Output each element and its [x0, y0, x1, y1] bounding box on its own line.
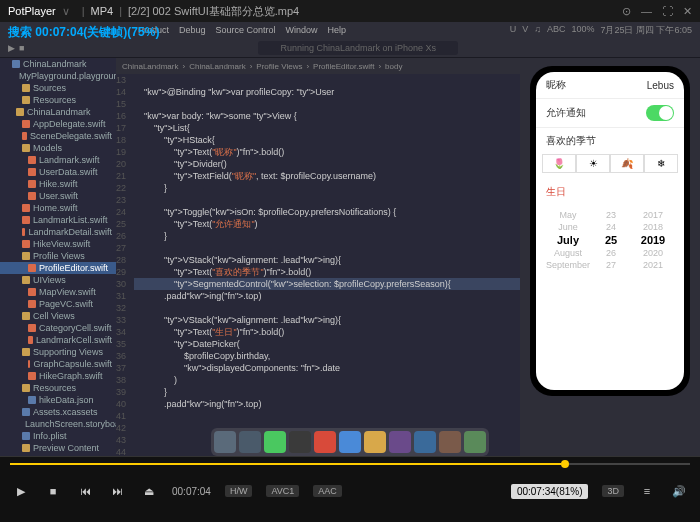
xcode-menubar[interactable]: ProductDebugSource ControlWindowHelp — [138, 25, 346, 35]
menu-item[interactable]: Help — [328, 25, 347, 35]
picker-value[interactable]: August — [546, 247, 590, 259]
nav-item[interactable]: HikeView.swift — [0, 238, 116, 250]
dock-app-icon[interactable] — [289, 431, 311, 453]
picker-value[interactable]: 27 — [590, 259, 632, 271]
nav-item[interactable]: AppDelegate.swift — [0, 118, 116, 130]
stop-icon[interactable]: ■ — [19, 43, 24, 53]
picker-value[interactable]: 25 — [590, 233, 632, 247]
picker-value[interactable]: July — [546, 233, 590, 247]
codec-tag: AVC1 — [266, 485, 299, 497]
nav-item[interactable]: HikeGraph.swift — [0, 370, 116, 382]
nav-item[interactable]: Profile Views — [0, 250, 116, 262]
volume-icon[interactable]: 🔊 — [670, 482, 688, 500]
crumb-item[interactable]: ChinaLandmark — [189, 62, 245, 71]
subtitle-icon[interactable]: ≡ — [638, 482, 656, 500]
picker-value[interactable]: September — [546, 259, 590, 271]
app-name[interactable]: PotPlayer — [8, 5, 56, 17]
next-button[interactable]: ⏭ — [108, 482, 126, 500]
picker-value[interactable]: 2017 — [632, 209, 674, 221]
nav-item[interactable]: MyPlayground.playground — [0, 70, 116, 82]
picker-value[interactable]: June — [546, 221, 590, 233]
dock-app-icon[interactable] — [339, 431, 361, 453]
dock-app-icon[interactable] — [439, 431, 461, 453]
picker-value[interactable]: May — [546, 209, 590, 221]
progress-bar[interactable] — [0, 457, 700, 471]
dock-app-icon[interactable] — [264, 431, 286, 453]
nav-item[interactable]: LaunchScreen.storyboard — [0, 418, 116, 430]
nav-item[interactable]: CategoryCell.swift — [0, 322, 116, 334]
nav-item[interactable]: Resources — [0, 94, 116, 106]
season-option[interactable]: 🍂 — [610, 154, 644, 173]
nav-item[interactable]: Home.swift — [0, 202, 116, 214]
prev-button[interactable]: ⏮ — [76, 482, 94, 500]
dock-app-icon[interactable] — [314, 431, 336, 453]
nav-item[interactable]: Supporting Views — [0, 346, 116, 358]
sd-tag[interactable]: 3D — [602, 485, 624, 497]
picker-value[interactable]: 2019 — [632, 233, 674, 247]
maximize-icon[interactable]: ⛶ — [662, 5, 673, 18]
nav-item[interactable]: ProfileEditor.swift — [0, 262, 116, 274]
notify-toggle[interactable] — [646, 105, 674, 121]
stop-button[interactable]: ■ — [44, 482, 62, 500]
iphone-screen[interactable]: 昵称Lebus 允许通知 喜欢的季节 🌷☀🍂❄ 生日 MayJuneJulyAu… — [536, 72, 684, 390]
nav-item[interactable]: UserData.swift — [0, 166, 116, 178]
season-option[interactable]: 🌷 — [542, 154, 576, 173]
dock-app-icon[interactable] — [414, 431, 436, 453]
season-segment[interactable]: 🌷☀🍂❄ — [536, 148, 684, 179]
nav-item[interactable]: MapView.swift — [0, 286, 116, 298]
nav-item[interactable]: Assets.xcassets — [0, 406, 116, 418]
picker-value[interactable]: 26 — [590, 247, 632, 259]
run-icon[interactable]: ▶ — [8, 43, 15, 53]
crumb-item[interactable]: ProfileEditor.swift — [313, 62, 374, 71]
nav-item[interactable]: ChinaLandmark — [0, 58, 116, 70]
nav-item[interactable]: LandmarkList.swift — [0, 214, 116, 226]
project-navigator[interactable]: ChinaLandmarkMyPlayground.playgroundSour… — [0, 58, 116, 456]
picker-value[interactable]: 23 — [590, 209, 632, 221]
close-icon[interactable]: ✕ — [683, 5, 692, 18]
nickname-value[interactable]: Lebus — [647, 80, 674, 91]
nav-item[interactable]: Hike.swift — [0, 178, 116, 190]
nav-item[interactable]: PageVC.swift — [0, 298, 116, 310]
dock-app-icon[interactable] — [239, 431, 261, 453]
nav-item[interactable]: LandmarkDetail.swift — [0, 226, 116, 238]
menu-item[interactable]: Debug — [179, 25, 206, 35]
nav-item[interactable]: ChinaLandmark — [0, 106, 116, 118]
macos-dock[interactable] — [211, 428, 489, 456]
breadcrumb[interactable]: ChinaLandmark›ChinaLandmark›Profile View… — [116, 58, 520, 74]
dock-app-icon[interactable] — [464, 431, 486, 453]
nav-item[interactable]: Models — [0, 142, 116, 154]
nav-item[interactable]: hikeData.json — [0, 394, 116, 406]
dock-app-icon[interactable] — [214, 431, 236, 453]
menu-item[interactable]: Source Control — [216, 25, 276, 35]
nav-item[interactable]: Resources — [0, 382, 116, 394]
nav-item[interactable]: Preview Content — [0, 442, 116, 454]
nav-item[interactable]: UIViews — [0, 274, 116, 286]
nav-item[interactable]: Cell Views — [0, 310, 116, 322]
crumb-item[interactable]: body — [385, 62, 402, 71]
nav-item[interactable]: LandmarkCell.swift — [0, 334, 116, 346]
crumb-item[interactable]: ChinaLandmark — [122, 62, 178, 71]
picker-value[interactable]: 2020 — [632, 247, 674, 259]
menu-item[interactable]: Window — [286, 25, 318, 35]
nav-item[interactable]: Landmark.swift — [0, 154, 116, 166]
duration-box[interactable]: 00:07:34(81%) — [511, 484, 589, 499]
code-editor[interactable]: 1314151617181920212223242526272829303132… — [116, 74, 520, 456]
eject-button[interactable]: ⏏ — [140, 482, 158, 500]
pin-icon[interactable]: ⊙ — [622, 5, 631, 18]
nav-item[interactable]: SceneDelegate.swift — [0, 130, 116, 142]
picker-value[interactable]: 2018 — [632, 221, 674, 233]
season-option[interactable]: ☀ — [576, 154, 610, 173]
dock-app-icon[interactable] — [389, 431, 411, 453]
play-button[interactable]: ▶ — [12, 482, 30, 500]
picker-value[interactable]: 2021 — [632, 259, 674, 271]
nav-item[interactable]: Info.plist — [0, 430, 116, 442]
picker-value[interactable]: 24 — [590, 221, 632, 233]
season-option[interactable]: ❄ — [644, 154, 678, 173]
nav-item[interactable]: GraphCapsule.swift — [0, 358, 116, 370]
crumb-item[interactable]: Profile Views — [256, 62, 302, 71]
minimize-icon[interactable]: — — [641, 5, 652, 18]
dock-app-icon[interactable] — [364, 431, 386, 453]
nav-item[interactable]: User.swift — [0, 190, 116, 202]
nav-item[interactable]: Sources — [0, 82, 116, 94]
date-picker[interactable]: MayJuneJulyAugustSeptember23242526272017… — [536, 205, 684, 275]
